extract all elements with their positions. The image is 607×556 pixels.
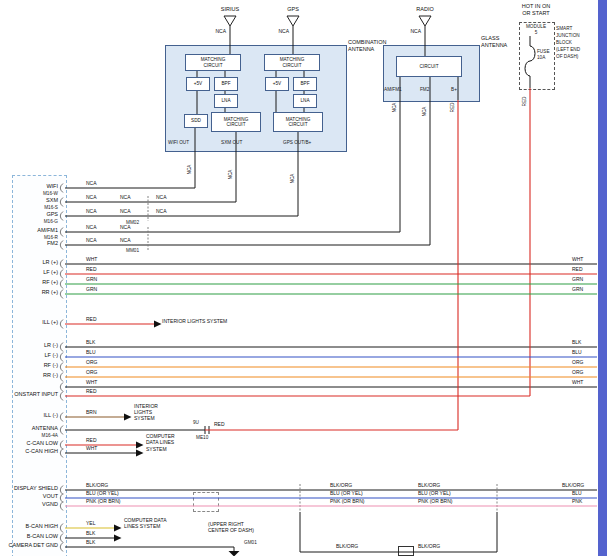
circuit-block: CIRCUIT [396,56,462,77]
wire-color-label: ORG [572,360,583,365]
pin-label-b-can-high: B-CAN HIGH [2,524,58,530]
arrow-icon [114,525,122,532]
junction-block-name: (LEFT END [556,48,580,53]
wire-color-label: GRN [86,277,97,282]
pin-label-lf-minus: LF (-) [2,353,58,359]
wire-color-label: NCA [86,225,97,230]
antenna-label-gps: GPS [267,7,319,13]
wire-color-label: BLU [86,350,96,355]
wire-color-label: NCA [393,29,421,34]
wire-color-label: RED [451,96,456,118]
wire-color-label: NCA [229,163,234,185]
wire-color-label: YEL [86,521,95,526]
output-pin-label: SXM OUT [221,141,242,146]
antenna-icon-sirius [224,16,236,26]
connector-code: M16-4A [16,434,58,439]
blue-wires [65,357,597,498]
pin-label-rr-minus: RR (-) [2,373,58,379]
wire-color-label: BLK/ORG [330,483,352,488]
arrow-icon [124,414,132,421]
wire-color-label: PNK (OR BRN) [86,499,120,504]
wire-color-label: BLK/ORG [418,483,440,488]
junction-block-name: JUNCTION [556,34,580,39]
wire-color-label: WHT [86,446,97,451]
matching-circuit-block: MATCHING CIRCUIT [273,112,323,132]
lna-block: LNA [214,94,238,108]
red-wires [65,88,597,445]
wire-color-label: NCA [188,158,193,180]
hot-in-on-label: OR START [508,11,564,17]
ground-code: GM01 [244,541,257,546]
wire-color-label: BLK/ORG [86,483,108,488]
pin-label-amfm1: AM/FM1 [2,228,58,234]
pin-brackets [60,184,63,552]
fuse-icon [525,46,535,76]
wire-color-label: BRN [86,410,97,415]
output-pin-label: GPS OUT/B+ [283,141,311,146]
fuse-rating: 10A [537,56,545,61]
pin-label-rf-minus: RF (-) [2,363,58,369]
ground-icon [229,551,240,556]
pin-label-vgnd: VGND [2,502,58,508]
arrow-icon [154,321,162,328]
wire-color-label: NCA [423,100,428,122]
wire-color-label: BLK/ORG [336,544,358,549]
wire-color-label: BLU (OR YEL) [418,491,451,496]
wire-color-label: NCA [120,238,131,243]
wire-color-label: ORG [572,370,583,375]
wire-color-label: NCA [156,209,167,214]
pin-label-ill-minus: ILL (-) [2,413,58,419]
wire-color-label: BLU (OR YEL) [86,491,119,496]
pin-label-camera-det-gnd: CAMERA DET GND [2,543,58,549]
wire-color-label: BLK/ORG [562,483,584,488]
wire-color-label: WHT [86,380,97,385]
wire-color-label: BLU (OR YEL) [330,491,363,496]
pin-label-fm2: FM2 [2,241,58,247]
matching-circuit-block: MATCHING CIRCUIT [185,54,241,71]
bpf-block: BPF [214,77,238,91]
combination-antenna-title: ANTENNA [348,47,374,53]
black-wires [65,26,597,552]
hot-in-on-label: HOT IN ON [508,4,564,10]
wire-color-label: WHT [572,257,583,262]
wire-color-label: ORG [86,360,97,365]
pin-label-rr-plus: RR (+) [2,290,58,296]
scrollbar[interactable] [598,0,607,556]
note-computer-data-lines: LINES SYSTEM [124,524,160,529]
wire-color-label: RED [86,317,97,322]
pin-label-c-can-high: C-CAN HIGH [2,449,58,455]
bpf-block: BPF [293,77,317,91]
pin-label-lr-minus: LR (-) [2,343,58,349]
wire-color-label: NCA [291,167,296,189]
wire-color-label: BLU [572,491,582,496]
arrow-icon [136,450,144,457]
pin-label-ill-plus: ILL (+) [2,320,58,326]
plus5v-block: +5V [186,77,210,91]
connector-code: ME10 [196,436,208,441]
lna-block: LNA [293,94,317,108]
note-ground-location: CENTER OF DASH) [208,528,254,533]
wire-color-label: RED [86,389,97,394]
pin-label-c-can-low: C-CAN LOW [2,441,58,447]
matching-circuit-block: MATCHING CIRCUIT [264,54,320,71]
wire-color-label: GRN [86,287,97,292]
antenna-label-radio: RADIO [399,7,451,13]
junction-block-name: OF DASH) [556,55,578,60]
wire-color-label: NCA [393,96,398,118]
wire-color-label: GRN [572,287,583,292]
antenna-label-sirius: SIRIUS [204,7,256,13]
wire-color-label: NCA [86,238,97,243]
pin-label-lf-plus: LF (+) [2,270,58,276]
wire-color-label: GRN [572,277,583,282]
inline-connector-dashes [148,196,497,512]
wire-color-label: ORG [86,370,97,375]
output-pin-label: WIFI OUT [168,141,189,146]
wire-color-label: WHT [86,257,97,262]
note-interior-lights: SYSTEM [134,416,155,421]
wire-color-label: NCA [86,209,97,214]
pin-label-rf-plus: RF (+) [2,280,58,286]
plus5v-block: +5V [265,77,289,91]
green-wires [65,284,597,294]
pin-label-vout: VOUT [2,494,58,500]
wire-color-label: NCA [261,29,289,34]
